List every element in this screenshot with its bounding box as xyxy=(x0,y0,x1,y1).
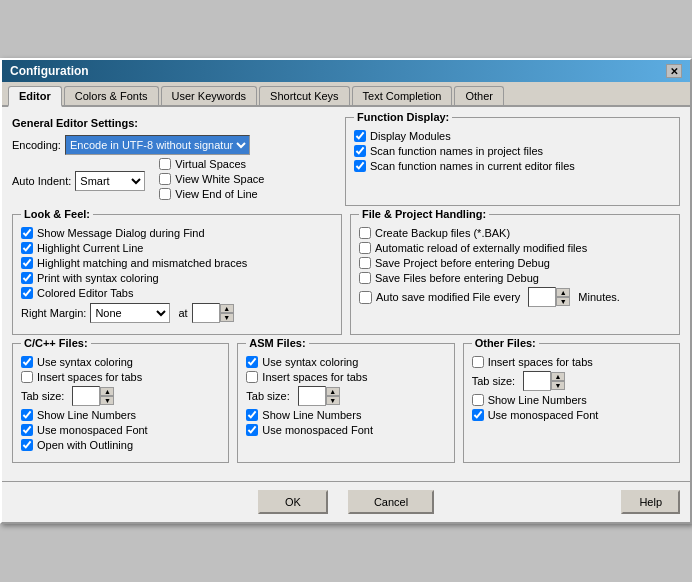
other-insert-spaces-checkbox[interactable] xyxy=(472,356,484,368)
asm-insert-spaces-label: Insert spaces for tabs xyxy=(262,371,367,383)
save-files-checkbox[interactable] xyxy=(359,272,371,284)
tab-editor[interactable]: Editor xyxy=(8,86,62,107)
auto-indent-row: Auto Indent: Smart Virtual Spaces View W… xyxy=(12,158,329,203)
auto-save-checkbox[interactable] xyxy=(359,291,372,304)
auto-save-increment-button[interactable]: ▲ xyxy=(556,288,570,297)
general-editor-section: General Editor Settings: Encoding: Encod… xyxy=(12,117,339,206)
help-button[interactable]: Help xyxy=(621,490,680,514)
view-end-of-line-checkbox[interactable] xyxy=(159,188,171,200)
save-project-checkbox[interactable] xyxy=(359,257,371,269)
highlight-current-checkbox[interactable] xyxy=(21,242,33,254)
auto-save-number-input[interactable]: 5 xyxy=(528,287,556,307)
margin-decrement-button[interactable]: ▼ xyxy=(220,313,234,322)
cpp-use-monospaced-label: Use monospaced Font xyxy=(37,424,148,436)
asm-show-line-numbers-row: Show Line Numbers xyxy=(246,409,445,421)
asm-use-monospaced-checkbox[interactable] xyxy=(246,424,258,436)
cpp-tab-spinner-buttons: ▲ ▼ xyxy=(100,387,114,405)
look-feel-title: Look & Feel: xyxy=(21,208,93,220)
asm-insert-spaces-checkbox[interactable] xyxy=(246,371,258,383)
print-syntax-checkbox[interactable] xyxy=(21,272,33,284)
show-message-checkbox[interactable] xyxy=(21,227,33,239)
auto-reload-checkbox[interactable] xyxy=(359,242,371,254)
display-modules-checkbox[interactable] xyxy=(354,130,366,142)
colored-tabs-label: Colored Editor Tabs xyxy=(37,287,133,299)
auto-save-decrement-button[interactable]: ▼ xyxy=(556,297,570,306)
general-editor-title: General Editor Settings: xyxy=(12,117,329,129)
colored-tabs-row: Colored Editor Tabs xyxy=(21,287,333,299)
other-tab-decrement-button[interactable]: ▼ xyxy=(551,381,565,390)
highlight-matching-row: Highlight matching and mismatched braces xyxy=(21,257,333,269)
display-modules-row: Display Modules xyxy=(354,130,671,142)
scan-project-checkbox[interactable] xyxy=(354,145,366,157)
create-backup-label: Create Backup files (*.BAK) xyxy=(375,227,510,239)
asm-tab-spinner-buttons: ▲ ▼ xyxy=(326,387,340,405)
asm-tab-size-input[interactable]: 4 xyxy=(298,386,326,406)
cpp-use-syntax-checkbox[interactable] xyxy=(21,356,33,368)
save-files-label: Save Files before entering Debug xyxy=(375,272,539,284)
auto-indent-select[interactable]: Smart xyxy=(75,171,145,191)
cpp-tab-decrement-button[interactable]: ▼ xyxy=(100,396,114,405)
cpp-tab-size-row: Tab size: 4 ▲ ▼ xyxy=(21,386,220,406)
scan-project-label: Scan function names in project files xyxy=(370,145,543,157)
auto-save-spinner-buttons: ▲ ▼ xyxy=(556,288,570,306)
margin-spinner-buttons: ▲ ▼ xyxy=(220,304,234,322)
cpp-tab-size-input[interactable]: 4 xyxy=(72,386,100,406)
tab-colors-fonts[interactable]: Colors & Fonts xyxy=(64,86,159,105)
ok-button[interactable]: OK xyxy=(258,490,328,514)
cpp-open-outlining-label: Open with Outlining xyxy=(37,439,133,451)
highlight-matching-checkbox[interactable] xyxy=(21,257,33,269)
asm-tab-size-label: Tab size: xyxy=(246,390,289,402)
encoding-row: Encoding: Encode in UTF-8 without signat… xyxy=(12,135,329,155)
cancel-button[interactable]: Cancel xyxy=(348,490,434,514)
encoding-select[interactable]: Encode in UTF-8 without signature xyxy=(65,135,250,155)
tab-shortcut-keys[interactable]: Shortcut Keys xyxy=(259,86,349,105)
asm-files-title: ASM Files: xyxy=(246,337,308,349)
cpp-use-monospaced-checkbox[interactable] xyxy=(21,424,33,436)
other-show-line-numbers-label: Show Line Numbers xyxy=(488,394,587,406)
virtual-spaces-row: Virtual Spaces xyxy=(159,158,264,170)
margin-increment-button[interactable]: ▲ xyxy=(220,304,234,313)
virtual-spaces-checkbox[interactable] xyxy=(159,158,171,170)
other-tab-increment-button[interactable]: ▲ xyxy=(551,372,565,381)
tab-user-keywords[interactable]: User Keywords xyxy=(161,86,258,105)
save-files-row: Save Files before entering Debug xyxy=(359,272,671,284)
close-button[interactable]: ✕ xyxy=(666,64,682,78)
display-modules-label: Display Modules xyxy=(370,130,451,142)
auto-reload-label: Automatic reload of externally modified … xyxy=(375,242,587,254)
asm-use-syntax-checkbox[interactable] xyxy=(246,356,258,368)
tab-text-completion[interactable]: Text Completion xyxy=(352,86,453,105)
other-show-line-numbers-checkbox[interactable] xyxy=(472,394,484,406)
show-message-label: Show Message Dialog during Find xyxy=(37,227,205,239)
scan-current-label: Scan function names in current editor fi… xyxy=(370,160,575,172)
cpp-tab-increment-button[interactable]: ▲ xyxy=(100,387,114,396)
asm-tab-decrement-button[interactable]: ▼ xyxy=(326,396,340,405)
other-tab-spinner: 4 ▲ ▼ xyxy=(523,371,565,391)
other-tab-size-input[interactable]: 4 xyxy=(523,371,551,391)
highlight-current-label: Highlight Current Line xyxy=(37,242,143,254)
cpp-use-monospaced-row: Use monospaced Font xyxy=(21,424,220,436)
scan-current-checkbox[interactable] xyxy=(354,160,366,172)
right-margin-select[interactable]: None xyxy=(90,303,170,323)
create-backup-checkbox[interactable] xyxy=(359,227,371,239)
asm-show-line-numbers-checkbox[interactable] xyxy=(246,409,258,421)
view-end-of-line-label: View End of Line xyxy=(175,188,257,200)
minutes-label: Minutes. xyxy=(578,291,620,303)
other-use-monospaced-checkbox[interactable] xyxy=(472,409,484,421)
margin-number-input[interactable]: 80 xyxy=(192,303,220,323)
file-project-panel: File & Project Handling: Create Backup f… xyxy=(350,214,680,335)
print-syntax-row: Print with syntax coloring xyxy=(21,272,333,284)
cpp-open-outlining-checkbox[interactable] xyxy=(21,439,33,451)
asm-tab-increment-button[interactable]: ▲ xyxy=(326,387,340,396)
other-use-monospaced-row: Use monospaced Font xyxy=(472,409,671,421)
cpp-show-line-numbers-checkbox[interactable] xyxy=(21,409,33,421)
main-content: General Editor Settings: Encoding: Encod… xyxy=(2,107,690,481)
colored-tabs-checkbox[interactable] xyxy=(21,287,33,299)
title-bar: Configuration ✕ xyxy=(2,60,690,82)
tab-other[interactable]: Other xyxy=(454,86,504,105)
right-margin-row: Right Margin: None at 80 ▲ ▼ xyxy=(21,303,333,323)
top-section: General Editor Settings: Encoding: Encod… xyxy=(12,117,680,206)
cpp-show-line-numbers-row: Show Line Numbers xyxy=(21,409,220,421)
look-feel-content: Show Message Dialog during Find Highligh… xyxy=(21,227,333,323)
view-white-space-checkbox[interactable] xyxy=(159,173,171,185)
cpp-insert-spaces-checkbox[interactable] xyxy=(21,371,33,383)
